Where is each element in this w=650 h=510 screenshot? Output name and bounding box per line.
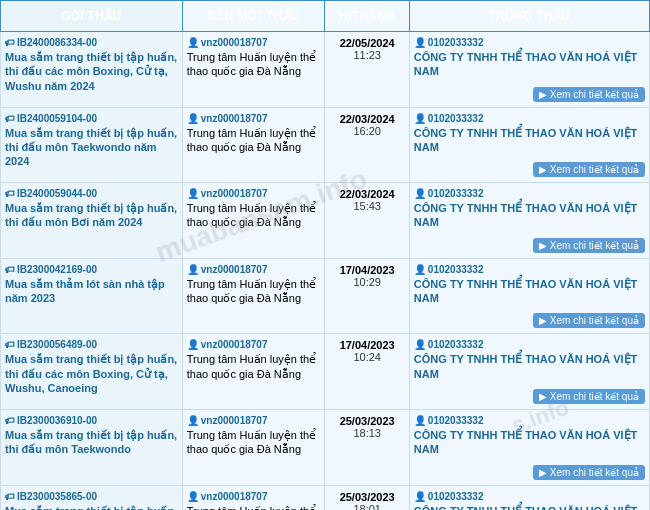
winner-icon-3: 👤 [414,264,426,275]
view-result-btn-0[interactable]: ▶ Xem chi tiết kết quả [533,87,645,102]
bidder-id-0: 👤 vnz000018707 [187,37,321,48]
bidder-name-4: Trung tâm Huấn luyện thể thao quốc gia Đ… [187,352,321,381]
view-result-btn-4[interactable]: ▶ Xem chi tiết kết quả [533,389,645,404]
winner-icon-5: 👤 [414,415,426,426]
header-ben-moi: BÊN MỜI THẦU [182,1,325,32]
cell-trung-thau-3: 👤 0102033332 CÔNG TY TNHH THỂ THAO VĂN H… [409,258,649,334]
view-result-btn-5[interactable]: ▶ Xem chi tiết kết quả [533,465,645,480]
cell-go-thau-0: 🏷 IB2400086334-00 Mua sắm trang thiết bị… [1,32,183,108]
winner-id-4: 👤 0102033332 [414,339,645,350]
bidder-id-5: 👤 vnz000018707 [187,415,321,426]
winner-icon-2: 👤 [414,188,426,199]
time-3: 10:29 [329,276,404,288]
cell-go-thau-6: 🏷 IB2300035865-00 Mua sắm trang thiết bị… [1,485,183,510]
cell-trung-thau-0: 👤 0102033332 CÔNG TY TNHH THỂ THAO VĂN H… [409,32,649,108]
time-4: 10:24 [329,351,404,363]
cell-trung-thau-4: 👤 0102033332 CÔNG TY TNHH THỂ THAO VĂN H… [409,334,649,410]
cell-ben-moi-6: 👤 vnz000018707 Trung tâm Huấn luyện thể … [182,485,325,510]
bid-title-5: Mua sắm trang thiết bị tập huấn, thi đấu… [5,428,178,457]
cell-trung-thau-5: 👤 0102033332 CÔNG TY TNHH THỂ THAO VĂN H… [409,409,649,485]
time-2: 15:43 [329,200,404,212]
bid-id-0: 🏷 IB2400086334-00 [5,37,178,48]
bidder-name-5: Trung tâm Huấn luyện thể thao quốc gia Đ… [187,428,321,457]
cell-trung-thau-1: 👤 0102033332 CÔNG TY TNHH THỂ THAO VĂN H… [409,107,649,183]
cell-ben-moi-0: 👤 vnz000018707 Trung tâm Huấn luyện thể … [182,32,325,108]
winner-id-2: 👤 0102033332 [414,188,645,199]
bidder-id-2: 👤 vnz000018707 [187,188,321,199]
bidder-name-3: Trung tâm Huấn luyện thể thao quốc gia Đ… [187,277,321,306]
cell-h-thanh-1: 22/03/2024 16:20 [325,107,409,183]
bidder-name-6: Trung tâm Huấn luyện thể thao quốc gia Đ… [187,504,321,510]
user-icon-0: 👤 [187,37,199,48]
view-result-btn-3[interactable]: ▶ Xem chi tiết kết quả [533,313,645,328]
date-5: 25/03/2023 [329,415,404,427]
date-3: 17/04/2023 [329,264,404,276]
cell-trung-thau-2: 👤 0102033332 CÔNG TY TNHH THỂ THAO VĂN H… [409,183,649,259]
winner-name-0: CÔNG TY TNHH THỂ THAO VĂN HOÁ VIỆT NAM [414,50,645,79]
winner-icon-1: 👤 [414,113,426,124]
time-0: 11:23 [329,49,404,61]
view-result-btn-2[interactable]: ▶ Xem chi tiết kết quả [533,238,645,253]
winner-icon-6: 👤 [414,491,426,502]
date-6: 25/03/2023 [329,491,404,503]
cell-go-thau-3: 🏷 IB2300042169-00 Mua sắm thảm lót sàn n… [1,258,183,334]
cell-h-thanh-4: 17/04/2023 10:24 [325,334,409,410]
winner-name-2: CÔNG TY TNHH THỂ THAO VĂN HOÁ VIỆT NAM [414,201,645,230]
cell-go-thau-5: 🏷 IB2300036910-00 Mua sắm trang thiết bị… [1,409,183,485]
bidder-name-2: Trung tâm Huấn luyện thể thao quốc gia Đ… [187,201,321,230]
user-icon-1: 👤 [187,113,199,124]
winner-icon-0: 👤 [414,37,426,48]
winner-name-4: CÔNG TY TNHH THỂ THAO VĂN HOÁ VIỆT NAM [414,352,645,381]
date-1: 22/03/2024 [329,113,404,125]
cell-ben-moi-4: 👤 vnz000018707 Trung tâm Huấn luyện thể … [182,334,325,410]
bid-title-4: Mua sắm trang thiết bị tập huấn, thi đấu… [5,352,178,395]
bidder-name-0: Trung tâm Huấn luyện thể thao quốc gia Đ… [187,50,321,79]
view-result-btn-1[interactable]: ▶ Xem chi tiết kết quả [533,162,645,177]
bid-id-6: 🏷 IB2300035865-00 [5,491,178,502]
user-icon-5: 👤 [187,415,199,426]
flag-icon-1: 🏷 [5,113,15,124]
table-row: 🏷 IB2300036910-00 Mua sắm trang thiết bị… [1,409,650,485]
table-row: 🏷 IB2300042169-00 Mua sắm thảm lót sàn n… [1,258,650,334]
bid-id-2: 🏷 IB2400059044-00 [5,188,178,199]
bid-title-2: Mua sắm trang thiết bị tập huấn, thi đấu… [5,201,178,230]
bid-id-5: 🏷 IB2300036910-00 [5,415,178,426]
time-5: 18:13 [329,427,404,439]
user-icon-4: 👤 [187,339,199,350]
date-0: 22/05/2024 [329,37,404,49]
bid-title-0: Mua sắm trang thiết bị tập huấn, thi đấu… [5,50,178,93]
bidder-id-1: 👤 vnz000018707 [187,113,321,124]
cell-h-thanh-3: 17/04/2023 10:29 [325,258,409,334]
flag-icon-4: 🏷 [5,339,15,350]
table-row: 🏷 IB2300035865-00 Mua sắm trang thiết bị… [1,485,650,510]
winner-name-1: CÔNG TY TNHH THỂ THAO VĂN HOÁ VIỆT NAM [414,126,645,155]
winner-id-6: 👤 0102033332 [414,491,645,502]
cell-trung-thau-6: 👤 0102033332 CÔNG TY TNHH THỂ THAO VĂN H… [409,485,649,510]
winner-icon-4: 👤 [414,339,426,350]
cell-h-thanh-5: 25/03/2023 18:13 [325,409,409,485]
flag-icon-2: 🏷 [5,188,15,199]
flag-icon-5: 🏷 [5,415,15,426]
header-go-thau: GÓI THẦU [1,1,183,32]
cell-ben-moi-3: 👤 vnz000018707 Trung tâm Huấn luyện thể … [182,258,325,334]
flag-icon-3: 🏷 [5,264,15,275]
cell-ben-moi-5: 👤 vnz000018707 Trung tâm Huấn luyện thể … [182,409,325,485]
bidder-name-1: Trung tâm Huấn luyện thể thao quốc gia Đ… [187,126,321,155]
cell-h-thanh-2: 22/03/2024 15:43 [325,183,409,259]
winner-name-6: CÔNG TY TNHH THỂ THAO VĂN HOÁ VIỆT NAM [414,504,645,510]
bidder-id-6: 👤 vnz000018707 [187,491,321,502]
bid-title-6: Mua sắm trang thiết bị tập huấn, thi đấu… [5,504,178,510]
user-icon-2: 👤 [187,188,199,199]
cell-go-thau-2: 🏷 IB2400059044-00 Mua sắm trang thiết bị… [1,183,183,259]
flag-icon-6: 🏷 [5,491,15,502]
cell-ben-moi-1: 👤 vnz000018707 Trung tâm Huấn luyện thể … [182,107,325,183]
user-icon-6: 👤 [187,491,199,502]
table-row: 🏷 IB2400086334-00 Mua sắm trang thiết bị… [1,32,650,108]
cell-go-thau-1: 🏷 IB2400059104-00 Mua sắm trang thiết bị… [1,107,183,183]
table-row: 🏷 IB2400059104-00 Mua sắm trang thiết bị… [1,107,650,183]
table-row: 🏷 IB2300056489-00 Mua sắm trang thiết bị… [1,334,650,410]
bid-id-4: 🏷 IB2300056489-00 [5,339,178,350]
winner-name-3: CÔNG TY TNHH THỂ THAO VĂN HOÁ VIỆT NAM [414,277,645,306]
header-trung-thau: TRÚNG THẦU [409,1,649,32]
cell-go-thau-4: 🏷 IB2300056489-00 Mua sắm trang thiết bị… [1,334,183,410]
